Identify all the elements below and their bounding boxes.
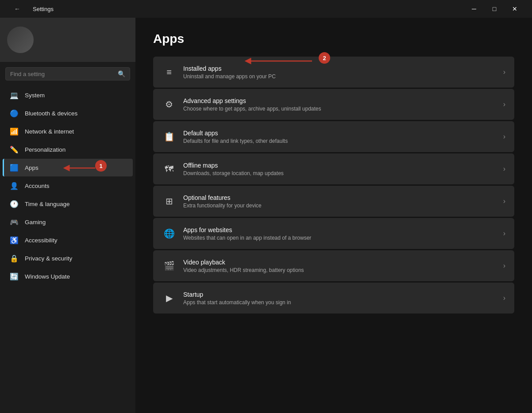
sidebar-item-bluetooth[interactable]: 🔵 Bluetooth & devices <box>3 104 133 122</box>
sidebar-item-system[interactable]: 💻 System <box>3 86 133 104</box>
settings-item-advanced-app-settings[interactable]: ⚙ Advanced app settings Choose where to … <box>153 89 514 120</box>
settings-text-default-apps: Default apps Defaults for file and link … <box>183 130 496 144</box>
settings-desc-installed-apps: Uninstall and manage apps on your PC <box>183 73 496 80</box>
nav-icon-bluetooth: 🔵 <box>10 109 19 118</box>
chevron-icon-optional-features: › <box>503 197 505 205</box>
settings-icon-optional-features: ⊞ <box>162 194 176 208</box>
chevron-icon-installed-apps: › <box>503 68 505 76</box>
settings-text-apps-for-websites: Apps for websites Websites that can open… <box>183 226 496 241</box>
settings-item-offline-maps[interactable]: 🗺 Offline maps Downloads, storage locati… <box>153 153 514 184</box>
settings-icon-apps-for-websites: 🌐 <box>162 226 176 241</box>
settings-desc-apps-for-websites: Websites that can open in an app instead… <box>183 235 496 241</box>
settings-desc-offline-maps: Downloads, storage location, map updates <box>183 170 496 176</box>
settings-title-video-playback: Video playback <box>183 259 496 266</box>
settings-desc-advanced-app-settings: Choose where to get apps, archive apps, … <box>183 106 496 112</box>
settings-item-default-apps[interactable]: 📋 Default apps Defaults for file and lin… <box>153 121 514 152</box>
nav-label-bluetooth: Bluetooth & devices <box>25 110 77 117</box>
window-controls: ─ □ ✕ <box>464 0 525 18</box>
minimize-button[interactable]: ─ <box>464 0 484 18</box>
nav-label-privacy: Privacy & security <box>25 255 72 262</box>
settings-item-optional-features[interactable]: ⊞ Optional features Extra functionality … <box>153 186 514 217</box>
search-input[interactable] <box>10 71 114 77</box>
chevron-icon-startup: › <box>503 294 505 302</box>
sidebar-item-network[interactable]: 📶 Network & internet <box>3 122 133 140</box>
nav-icon-time: 🕐 <box>10 199 19 208</box>
sidebar: 🔍 💻 System 🔵 Bluetooth & devices 📶 Netwo… <box>0 18 135 413</box>
settings-window: ← Settings ─ □ ✕ 🔍 💻 Sys <box>0 0 532 413</box>
settings-list: ≡ Installed apps Uninstall and manage ap… <box>153 57 514 314</box>
sidebar-item-apps[interactable]: 🟦 Apps <box>3 159 133 176</box>
settings-item-startup[interactable]: ▶ Startup Apps that start automatically … <box>153 283 514 314</box>
nav-label-network: Network & internet <box>25 128 74 135</box>
nav-label-personalization: Personalization <box>25 146 66 153</box>
sidebar-item-gaming[interactable]: 🎮 Gaming <box>3 213 133 231</box>
nav-icon-system: 💻 <box>10 91 19 99</box>
settings-desc-optional-features: Extra functionality for your device <box>183 203 496 209</box>
settings-text-optional-features: Optional features Extra functionality fo… <box>183 194 496 209</box>
nav-icon-accounts: 👤 <box>10 181 19 190</box>
nav-icon-apps: 🟦 <box>10 163 19 172</box>
settings-icon-default-apps: 📋 <box>162 130 176 144</box>
nav-icon-privacy: 🔒 <box>10 254 19 263</box>
nav-icon-network: 📶 <box>10 127 19 136</box>
nav-label-update: Windows Update <box>25 273 70 280</box>
nav-icon-personalization: ✏️ <box>10 145 19 154</box>
sidebar-item-accessibility[interactable]: ♿ Accessibility <box>3 231 133 249</box>
sidebar-item-update[interactable]: 🔄 Windows Update <box>3 268 133 285</box>
settings-desc-startup: Apps that start automatically when you s… <box>183 299 496 306</box>
page-title: Apps <box>153 32 514 46</box>
settings-title-startup: Startup <box>183 291 496 298</box>
settings-icon-offline-maps: 🗺 <box>162 162 176 176</box>
settings-text-advanced-app-settings: Advanced app settings Choose where to ge… <box>183 97 496 112</box>
settings-title-apps-for-websites: Apps for websites <box>183 226 496 233</box>
settings-text-installed-apps: Installed apps Uninstall and manage apps… <box>183 65 496 80</box>
sidebar-item-time[interactable]: 🕐 Time & language <box>3 195 133 213</box>
nav-label-system: System <box>25 92 45 99</box>
settings-title-advanced-app-settings: Advanced app settings <box>183 97 496 104</box>
search-icon: 🔍 <box>118 70 125 77</box>
sidebar-nav: 💻 System 🔵 Bluetooth & devices 📶 Network… <box>0 86 135 286</box>
profile-section <box>0 18 135 62</box>
settings-item-apps-for-websites[interactable]: 🌐 Apps for websites Websites that can op… <box>153 218 514 249</box>
nav-label-accessibility: Accessibility <box>25 237 58 244</box>
titlebar: ← Settings ─ □ ✕ <box>0 0 532 18</box>
chevron-icon-default-apps: › <box>503 133 505 141</box>
settings-icon-advanced-app-settings: ⚙ <box>162 97 176 111</box>
sidebar-item-personalization[interactable]: ✏️ Personalization <box>3 141 133 158</box>
settings-desc-video-playback: Video adjustments, HDR streaming, batter… <box>183 267 496 273</box>
chevron-icon-offline-maps: › <box>503 165 505 173</box>
back-icon: ← <box>14 5 20 12</box>
search-container: 🔍 <box>0 62 135 86</box>
nav-icon-update: 🔄 <box>10 272 19 281</box>
settings-title-offline-maps: Offline maps <box>183 162 496 169</box>
settings-desc-default-apps: Defaults for file and link types, other … <box>183 138 496 144</box>
avatar-image <box>7 27 34 53</box>
nav-icon-gaming: 🎮 <box>10 218 19 226</box>
back-button[interactable]: ← <box>7 2 27 16</box>
settings-item-installed-apps[interactable]: ≡ Installed apps Uninstall and manage ap… <box>153 57 514 88</box>
chevron-icon-video-playback: › <box>503 262 505 270</box>
search-box[interactable]: 🔍 <box>5 67 130 80</box>
nav-label-gaming: Gaming <box>25 219 46 226</box>
settings-text-video-playback: Video playback Video adjustments, HDR st… <box>183 259 496 273</box>
sidebar-item-privacy[interactable]: 🔒 Privacy & security <box>3 249 133 267</box>
nav-label-time: Time & language <box>25 201 70 207</box>
nav-icon-accessibility: ♿ <box>10 236 19 245</box>
nav-label-accounts: Accounts <box>25 183 50 189</box>
main-content: Apps ≡ Installed apps Uninstall and mana… <box>135 18 532 413</box>
settings-icon-startup: ▶ <box>162 291 176 305</box>
maximize-button[interactable]: □ <box>484 0 505 18</box>
settings-text-startup: Startup Apps that start automatically wh… <box>183 291 496 306</box>
settings-item-video-playback[interactable]: 🎬 Video playback Video adjustments, HDR … <box>153 250 514 281</box>
chevron-icon-advanced-app-settings: › <box>503 100 505 108</box>
settings-title-optional-features: Optional features <box>183 194 496 201</box>
close-button[interactable]: ✕ <box>505 0 525 18</box>
nav-label-apps: Apps <box>25 164 39 171</box>
settings-text-offline-maps: Offline maps Downloads, storage location… <box>183 162 496 176</box>
content-area: 🔍 💻 System 🔵 Bluetooth & devices 📶 Netwo… <box>0 18 532 413</box>
avatar <box>7 27 34 53</box>
settings-title-installed-apps: Installed apps <box>183 65 496 72</box>
sidebar-item-accounts[interactable]: 👤 Accounts <box>3 177 133 195</box>
window-title: Settings <box>33 6 54 12</box>
settings-icon-video-playback: 🎬 <box>162 259 176 273</box>
